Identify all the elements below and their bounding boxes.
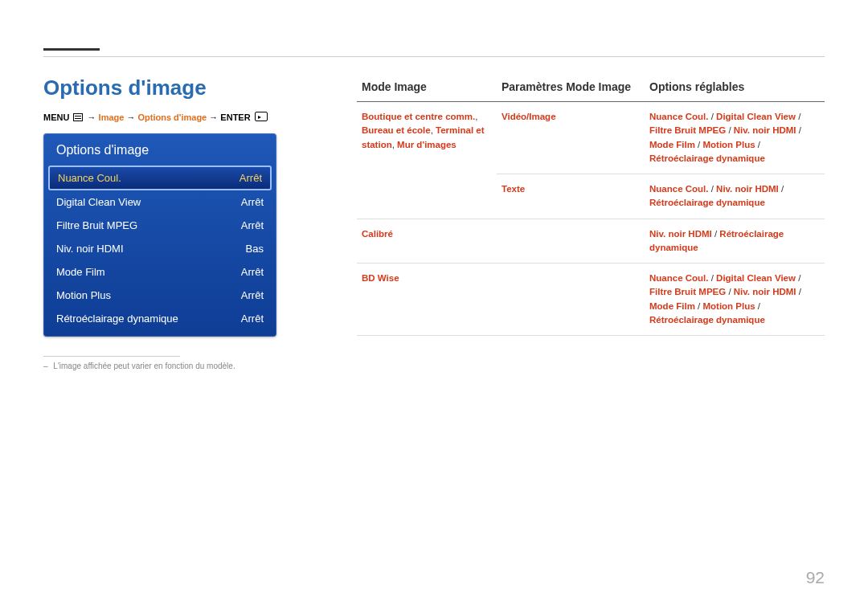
- osd-item-6[interactable]: Rétroéclairage dynamiqueArrêt: [45, 307, 275, 330]
- table-row: BD WiseNuance Coul. / Digital Clean View…: [357, 264, 825, 336]
- footnote-text: L'image affichée peut varier en fonction…: [53, 362, 235, 370]
- osd-item-value: Arrêt: [241, 266, 264, 278]
- table-row: CalibréNiv. noir HDMI / Rétroéclairage d…: [357, 219, 825, 264]
- options-table: Mode Image Paramètres Mode Image Options…: [357, 76, 825, 336]
- cell-mode-image: Calibré: [357, 219, 497, 264]
- cell-param-mode: Vidéo/Image: [497, 102, 645, 174]
- enter-icon: [255, 112, 268, 121]
- bc-menu: MENU: [43, 112, 69, 122]
- cell-options: Nuance Coul. / Digital Clean View / Filt…: [645, 102, 825, 174]
- osd-item-value: Arrêt: [241, 313, 264, 325]
- page-title: Options d'image: [43, 76, 325, 100]
- osd-item-label: Motion Plus: [56, 289, 111, 301]
- right-column: Mode Image Paramètres Mode Image Options…: [357, 76, 825, 370]
- cell-param-mode: Texte: [497, 174, 645, 219]
- bc-arrow-2: →: [126, 112, 135, 122]
- rule-short: [43, 48, 100, 51]
- osd-item-label: Mode Film: [56, 266, 105, 278]
- cell-param-mode: [497, 264, 645, 336]
- osd-item-label: Rétroéclairage dynamique: [56, 313, 178, 325]
- footnote-rule: [43, 356, 180, 357]
- osd-item-1[interactable]: Digital Clean ViewArrêt: [45, 190, 275, 214]
- th-param-mode: Paramètres Mode Image: [497, 76, 645, 102]
- th-mode-image: Mode Image: [357, 76, 497, 102]
- osd-title: Options d'image: [45, 133, 275, 166]
- cell-param-mode: [497, 219, 645, 264]
- osd-panel: Options d'image Nuance Coul.ArrêtDigital…: [43, 133, 276, 337]
- osd-item-value: Arrêt: [240, 172, 262, 184]
- rule-long: [43, 56, 825, 57]
- table-row: Boutique et centre comm., Bureau et écol…: [357, 102, 825, 174]
- left-column: Options d'image MENU → Image → Options d…: [43, 76, 325, 370]
- bc-arrow-1: →: [88, 112, 96, 122]
- osd-item-label: Niv. noir HDMI: [56, 243, 124, 255]
- th-options-reglables: Options réglables: [645, 76, 825, 102]
- osd-item-3[interactable]: Niv. noir HDMIBas: [45, 237, 275, 260]
- osd-item-label: Digital Clean View: [56, 196, 141, 208]
- footnote: – L'image affichée peut varier en foncti…: [43, 362, 325, 370]
- footnote-dash: –: [43, 362, 48, 370]
- page-number: 92: [806, 568, 825, 587]
- osd-item-4[interactable]: Mode FilmArrêt: [45, 260, 275, 284]
- bc-enter: ENTER: [220, 112, 250, 122]
- cell-options: Nuance Coul. / Niv. noir HDMI / Rétroécl…: [645, 174, 825, 219]
- osd-item-0[interactable]: Nuance Coul.Arrêt: [48, 166, 272, 190]
- osd-item-value: Bas: [246, 243, 264, 255]
- osd-item-5[interactable]: Motion PlusArrêt: [45, 284, 275, 307]
- cell-options: Niv. noir HDMI / Rétroéclairage dynamiqu…: [645, 219, 825, 264]
- cell-options: Nuance Coul. / Digital Clean View / Filt…: [645, 264, 825, 336]
- osd-item-value: Arrêt: [241, 289, 264, 301]
- menu-icon: [73, 113, 83, 121]
- breadcrumb: MENU → Image → Options d'image → ENTER: [43, 112, 325, 122]
- cell-mode-image: Boutique et centre comm., Bureau et écol…: [357, 102, 497, 219]
- cell-mode-image: BD Wise: [357, 264, 497, 336]
- osd-item-2[interactable]: Filtre Bruit MPEGArrêt: [45, 214, 275, 237]
- osd-item-label: Filtre Bruit MPEG: [56, 219, 137, 231]
- osd-item-value: Arrêt: [241, 196, 264, 208]
- bc-options: Options d'image: [138, 112, 207, 122]
- osd-item-label: Nuance Coul.: [58, 172, 121, 184]
- bc-arrow-3: →: [209, 112, 218, 122]
- bc-image: Image: [99, 112, 125, 122]
- osd-item-value: Arrêt: [241, 219, 264, 231]
